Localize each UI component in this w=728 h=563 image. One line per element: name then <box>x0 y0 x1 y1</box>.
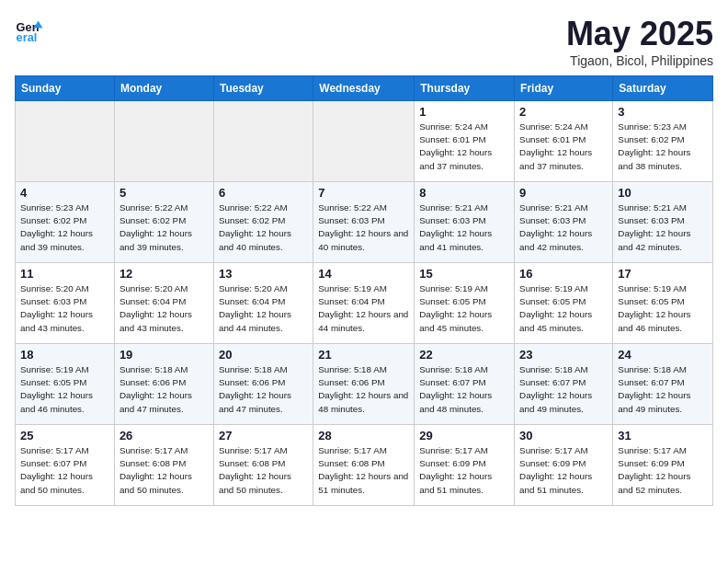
day-number: 27 <box>219 429 308 442</box>
calendar-cell: 12Sunrise: 5:20 AMSunset: 6:04 PMDayligh… <box>114 263 213 344</box>
day-of-week-header: Wednesday <box>313 76 415 101</box>
calendar-week-row: 25Sunrise: 5:17 AMSunset: 6:07 PMDayligh… <box>16 425 713 506</box>
day-info: Sunrise: 5:22 AMSunset: 6:02 PMDaylight:… <box>119 201 209 254</box>
day-info: Sunrise: 5:17 AMSunset: 6:09 PMDaylight:… <box>618 444 708 497</box>
day-number: 3 <box>618 105 708 119</box>
calendar-cell: 11Sunrise: 5:20 AMSunset: 6:03 PMDayligh… <box>16 263 115 344</box>
day-info: Sunrise: 5:17 AMSunset: 6:07 PMDaylight:… <box>20 444 109 497</box>
calendar-cell: 7Sunrise: 5:22 AMSunset: 6:03 PMDaylight… <box>313 182 415 263</box>
day-number: 31 <box>618 429 708 442</box>
day-number: 11 <box>20 267 109 281</box>
day-number: 16 <box>519 267 608 281</box>
day-number: 19 <box>119 348 209 362</box>
calendar-table: SundayMondayTuesdayWednesdayThursdayFrid… <box>15 75 713 506</box>
day-info: Sunrise: 5:20 AMSunset: 6:04 PMDaylight:… <box>219 282 308 335</box>
calendar-cell: 15Sunrise: 5:19 AMSunset: 6:05 PMDayligh… <box>415 263 515 344</box>
calendar-cell: 17Sunrise: 5:19 AMSunset: 6:05 PMDayligh… <box>613 263 713 344</box>
calendar-header-row: SundayMondayTuesdayWednesdayThursdayFrid… <box>16 76 713 101</box>
calendar-week-row: 4Sunrise: 5:23 AMSunset: 6:02 PMDaylight… <box>16 182 713 263</box>
calendar-week-row: 1Sunrise: 5:24 AMSunset: 6:01 PMDaylight… <box>16 101 713 182</box>
page-header: Gen eral May 2025 Tigaon, Bicol, Philipp… <box>15 15 713 68</box>
day-info: Sunrise: 5:21 AMSunset: 6:03 PMDaylight:… <box>419 201 509 254</box>
logo-icon: Gen eral <box>15 15 44 44</box>
day-info: Sunrise: 5:17 AMSunset: 6:08 PMDaylight:… <box>318 444 409 497</box>
day-number: 10 <box>618 186 708 200</box>
day-number: 12 <box>119 267 209 281</box>
calendar-cell: 24Sunrise: 5:18 AMSunset: 6:07 PMDayligh… <box>613 344 713 425</box>
calendar-cell <box>213 101 313 182</box>
day-info: Sunrise: 5:18 AMSunset: 6:07 PMDaylight:… <box>419 363 509 416</box>
day-info: Sunrise: 5:18 AMSunset: 6:06 PMDaylight:… <box>219 363 308 416</box>
day-number: 1 <box>419 105 509 119</box>
day-info: Sunrise: 5:18 AMSunset: 6:06 PMDaylight:… <box>318 363 409 416</box>
day-info: Sunrise: 5:22 AMSunset: 6:02 PMDaylight:… <box>219 201 308 254</box>
day-number: 17 <box>618 267 708 281</box>
day-info: Sunrise: 5:23 AMSunset: 6:02 PMDaylight:… <box>20 201 109 254</box>
day-info: Sunrise: 5:20 AMSunset: 6:03 PMDaylight:… <box>20 282 109 335</box>
day-number: 14 <box>318 267 409 281</box>
logo: Gen eral <box>15 15 48 44</box>
calendar-cell: 21Sunrise: 5:18 AMSunset: 6:06 PMDayligh… <box>313 344 415 425</box>
calendar-cell <box>114 101 213 182</box>
calendar-cell: 10Sunrise: 5:21 AMSunset: 6:03 PMDayligh… <box>613 182 713 263</box>
day-info: Sunrise: 5:18 AMSunset: 6:06 PMDaylight:… <box>119 363 209 416</box>
calendar-cell: 2Sunrise: 5:24 AMSunset: 6:01 PMDaylight… <box>515 101 613 182</box>
calendar-week-row: 18Sunrise: 5:19 AMSunset: 6:05 PMDayligh… <box>16 344 713 425</box>
day-info: Sunrise: 5:18 AMSunset: 6:07 PMDaylight:… <box>618 363 708 416</box>
calendar-cell: 18Sunrise: 5:19 AMSunset: 6:05 PMDayligh… <box>16 344 115 425</box>
day-number: 28 <box>318 429 409 442</box>
day-of-week-header: Saturday <box>613 76 713 101</box>
day-info: Sunrise: 5:17 AMSunset: 6:09 PMDaylight:… <box>419 444 509 497</box>
calendar-week-row: 11Sunrise: 5:20 AMSunset: 6:03 PMDayligh… <box>16 263 713 344</box>
calendar-cell: 22Sunrise: 5:18 AMSunset: 6:07 PMDayligh… <box>415 344 515 425</box>
day-info: Sunrise: 5:24 AMSunset: 6:01 PMDaylight:… <box>419 121 509 173</box>
location-subtitle: Tigaon, Bicol, Philippines <box>566 53 713 68</box>
day-info: Sunrise: 5:23 AMSunset: 6:02 PMDaylight:… <box>618 121 708 173</box>
calendar-cell: 4Sunrise: 5:23 AMSunset: 6:02 PMDaylight… <box>16 182 115 263</box>
day-of-week-header: Sunday <box>16 76 115 101</box>
calendar-cell: 6Sunrise: 5:22 AMSunset: 6:02 PMDaylight… <box>213 182 313 263</box>
day-of-week-header: Tuesday <box>213 76 313 101</box>
day-info: Sunrise: 5:21 AMSunset: 6:03 PMDaylight:… <box>519 201 608 254</box>
day-info: Sunrise: 5:17 AMSunset: 6:08 PMDaylight:… <box>119 444 209 497</box>
day-number: 25 <box>20 429 109 442</box>
day-info: Sunrise: 5:17 AMSunset: 6:09 PMDaylight:… <box>519 444 608 497</box>
calendar-cell: 14Sunrise: 5:19 AMSunset: 6:04 PMDayligh… <box>313 263 415 344</box>
day-number: 24 <box>618 348 708 362</box>
calendar-cell: 5Sunrise: 5:22 AMSunset: 6:02 PMDaylight… <box>114 182 213 263</box>
day-number: 8 <box>419 186 509 200</box>
calendar-cell: 20Sunrise: 5:18 AMSunset: 6:06 PMDayligh… <box>213 344 313 425</box>
day-number: 15 <box>419 267 509 281</box>
day-number: 4 <box>20 186 109 200</box>
day-of-week-header: Friday <box>515 76 613 101</box>
calendar-cell: 3Sunrise: 5:23 AMSunset: 6:02 PMDaylight… <box>613 101 713 182</box>
day-number: 29 <box>419 429 509 442</box>
day-number: 26 <box>119 429 209 442</box>
calendar-cell: 29Sunrise: 5:17 AMSunset: 6:09 PMDayligh… <box>415 425 515 506</box>
calendar-cell: 1Sunrise: 5:24 AMSunset: 6:01 PMDaylight… <box>415 101 515 182</box>
day-number: 6 <box>219 186 308 200</box>
calendar-cell: 26Sunrise: 5:17 AMSunset: 6:08 PMDayligh… <box>114 425 213 506</box>
day-number: 2 <box>519 105 608 119</box>
day-number: 5 <box>119 186 209 200</box>
day-info: Sunrise: 5:21 AMSunset: 6:03 PMDaylight:… <box>618 201 708 254</box>
calendar-cell: 31Sunrise: 5:17 AMSunset: 6:09 PMDayligh… <box>613 425 713 506</box>
day-number: 20 <box>219 348 308 362</box>
day-number: 18 <box>20 348 109 362</box>
calendar-cell: 8Sunrise: 5:21 AMSunset: 6:03 PMDaylight… <box>415 182 515 263</box>
calendar-cell: 16Sunrise: 5:19 AMSunset: 6:05 PMDayligh… <box>515 263 613 344</box>
calendar-cell: 9Sunrise: 5:21 AMSunset: 6:03 PMDaylight… <box>515 182 613 263</box>
title-block: May 2025 Tigaon, Bicol, Philippines <box>566 15 713 68</box>
month-title: May 2025 <box>566 15 713 53</box>
day-number: 30 <box>519 429 608 442</box>
day-number: 22 <box>419 348 509 362</box>
day-number: 7 <box>318 186 409 200</box>
day-info: Sunrise: 5:24 AMSunset: 6:01 PMDaylight:… <box>519 121 608 173</box>
day-info: Sunrise: 5:19 AMSunset: 6:05 PMDaylight:… <box>20 363 109 416</box>
day-info: Sunrise: 5:19 AMSunset: 6:04 PMDaylight:… <box>318 282 409 335</box>
calendar-cell: 23Sunrise: 5:18 AMSunset: 6:07 PMDayligh… <box>515 344 613 425</box>
day-info: Sunrise: 5:19 AMSunset: 6:05 PMDaylight:… <box>618 282 708 335</box>
day-of-week-header: Thursday <box>415 76 515 101</box>
svg-text:eral: eral <box>17 30 38 44</box>
day-number: 23 <box>519 348 608 362</box>
